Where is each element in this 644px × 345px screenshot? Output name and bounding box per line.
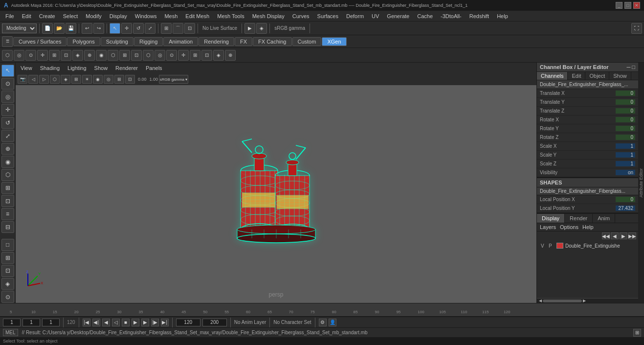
scale-x-row[interactable]: Scale X 1 xyxy=(537,142,638,151)
mode-dropdown[interactable]: Modeling xyxy=(2,23,37,33)
menu-item-uv[interactable]: UV xyxy=(368,12,382,20)
menu-item-deform[interactable]: Deform xyxy=(343,12,367,20)
next-view-btn[interactable]: ▷ xyxy=(39,75,49,84)
scale-btn[interactable]: ⤢ xyxy=(1,130,14,142)
prev-frame-btn[interactable]: ◀ xyxy=(102,319,110,326)
minimize-btn[interactable]: _ xyxy=(616,2,622,9)
menu-item-windows[interactable]: Windows xyxy=(132,12,160,20)
scale-y-row[interactable]: Scale Y 1 xyxy=(537,151,638,160)
menu-item-edit[interactable]: Edit xyxy=(19,12,35,20)
mode-label[interactable]: MEL xyxy=(3,329,18,336)
render-region-btn[interactable]: □ xyxy=(1,239,14,251)
stop-btn[interactable]: ■ xyxy=(122,319,130,326)
rotate-z-value[interactable]: 0 xyxy=(616,135,635,140)
layer-nav-next[interactable]: ▶ xyxy=(620,232,627,239)
wireframe-shaded-btn[interactable]: ⬡ xyxy=(50,75,60,84)
workflow-tab-polygons[interactable]: Polygons xyxy=(67,37,100,46)
tool-icon-10[interactable]: ⊞ xyxy=(119,50,130,61)
rotate-x-row[interactable]: Rotate X 0 xyxy=(537,115,638,124)
menu-item-select[interactable]: Select xyxy=(60,12,82,20)
max-end-input[interactable] xyxy=(202,319,227,326)
snap-align-btn[interactable]: ⊞ xyxy=(1,182,14,194)
rotate-btn[interactable]: ↺ xyxy=(1,117,14,129)
menu-item-edit-mesh[interactable]: Edit Mesh xyxy=(182,12,213,20)
layers-menu[interactable]: Layers xyxy=(540,224,556,230)
workflow-tab-fx-caching[interactable]: FX Caching xyxy=(253,37,291,46)
play-back-btn[interactable]: ◁ xyxy=(112,319,120,326)
select-mode-btn[interactable]: ↖ xyxy=(1,65,14,77)
tool-icon-17[interactable]: ⊡ xyxy=(201,50,212,61)
layer-scrollbar[interactable]: ◀ ▶ xyxy=(537,298,638,303)
menu-item-curves[interactable]: Curves xyxy=(289,12,313,20)
scroll-left-arrow[interactable]: ◀ xyxy=(538,299,543,303)
xray-btn[interactable]: ◎ xyxy=(104,75,113,84)
tool-icon-8[interactable]: ◉ xyxy=(96,50,107,61)
close-btn[interactable]: ✕ xyxy=(633,2,640,9)
tool-icon-5[interactable]: ⊡ xyxy=(61,50,71,61)
tool-icon-18[interactable]: ◈ xyxy=(213,50,224,61)
step-fwd-btn[interactable]: |▶ xyxy=(151,319,159,326)
translate-x-value[interactable]: 0 xyxy=(616,91,635,96)
menu-item-create[interactable]: Create xyxy=(36,12,59,20)
menu-item-redshift[interactable]: Redshift xyxy=(466,12,492,20)
light-btn[interactable]: ☀ xyxy=(82,75,92,84)
cb-minimize-btn[interactable]: ─ xyxy=(627,64,631,70)
timeline[interactable]: 5101520253035404550556065707580859095100… xyxy=(0,303,644,317)
tool-icon-7[interactable]: ⊕ xyxy=(84,50,95,61)
menu-item-file[interactable]: File xyxy=(2,12,18,20)
cb-expand-btn[interactable]: □ xyxy=(632,64,635,70)
layer-row[interactable]: V P Double_Fire_Extinguishe xyxy=(540,242,635,250)
scale-tool-btn[interactable]: ⤢ xyxy=(145,23,155,34)
jump-end-btn[interactable]: ▶| xyxy=(161,319,169,326)
tool-icon-9[interactable]: ⬡ xyxy=(108,50,118,61)
grid-btn[interactable]: ⊞ xyxy=(114,75,124,84)
hud-btn[interactable]: ⊡ xyxy=(125,75,135,84)
maximize-btn[interactable]: □ xyxy=(624,2,631,9)
tool-icon-0[interactable]: ⬡ xyxy=(2,50,13,61)
select-tool-btn[interactable]: ↖ xyxy=(110,23,120,34)
universal-manip-btn[interactable]: ⊕ xyxy=(1,143,14,155)
layer-nav-prev[interactable]: ◀ xyxy=(611,232,619,239)
rotate-tool-btn[interactable]: ↺ xyxy=(133,23,144,34)
tool-icon-2[interactable]: ⊙ xyxy=(25,50,36,61)
layer-pickup[interactable]: P xyxy=(549,243,555,249)
local-pos-y-row[interactable]: Local Position Y 27.432 xyxy=(537,204,638,213)
visibility-value[interactable]: on xyxy=(616,170,635,175)
layer-visibility[interactable]: V xyxy=(541,243,547,249)
xgen-tool-2[interactable]: ⊙ xyxy=(1,291,14,303)
panels-menu[interactable]: Panels xyxy=(144,64,164,72)
menu-item-cache[interactable]: Cache xyxy=(414,12,436,20)
translate-y-value[interactable]: 0 xyxy=(616,99,635,105)
outliner-btn[interactable]: ⊟ xyxy=(1,221,14,233)
prev-view-btn[interactable]: ◁ xyxy=(28,75,38,84)
menu-item-display[interactable]: Display xyxy=(106,12,131,20)
tool-icon-6[interactable]: ◈ xyxy=(72,50,83,61)
tool-icon-4[interactable]: ⊞ xyxy=(49,50,60,61)
next-frame-btn[interactable]: ▶ xyxy=(141,319,149,326)
render-tab[interactable]: Render xyxy=(565,214,593,223)
sidebar-toggle[interactable]: ☰ xyxy=(2,36,13,47)
ipr-btn[interactable]: ◈ xyxy=(256,23,267,34)
snap-point-btn[interactable]: ⊡ xyxy=(184,23,195,34)
display-tab[interactable]: Display xyxy=(537,214,565,223)
viewport-canvas[interactable]: persp Y X Z xyxy=(16,85,536,303)
current-frame-input[interactable] xyxy=(22,319,40,326)
layer-nav-first[interactable]: ◀◀ xyxy=(602,232,610,239)
menu-item-mesh-display[interactable]: Mesh Display xyxy=(249,12,288,20)
workflow-tab-curves--surfaces[interactable]: Curves / Surfaces xyxy=(13,37,67,46)
menu-item-help[interactable]: Help xyxy=(493,12,511,20)
show-manip-btn[interactable]: ⬡ xyxy=(1,169,14,181)
tool-icon-16[interactable]: ⊞ xyxy=(190,50,200,61)
scroll-right-arrow[interactable]: ▶ xyxy=(582,299,587,303)
options-menu[interactable]: Options xyxy=(560,224,578,230)
rotate-y-row[interactable]: Rotate Y 0 xyxy=(537,124,638,133)
snap-curve-btn[interactable]: ⌒ xyxy=(173,23,183,34)
titlebar-controls[interactable]: _ □ ✕ xyxy=(616,2,640,9)
xgen-tool-1[interactable]: ◈ xyxy=(1,278,14,290)
help-menu[interactable]: Help xyxy=(582,224,594,230)
attribute-editor-tab[interactable]: Attribute Editor xyxy=(638,63,644,303)
anim-tab[interactable]: Anim xyxy=(593,214,615,223)
menu-item-modify[interactable]: Modify xyxy=(82,12,105,20)
translate-z-value[interactable]: 0 xyxy=(616,108,635,114)
scale-z-row[interactable]: Scale Z 1 xyxy=(537,160,638,168)
